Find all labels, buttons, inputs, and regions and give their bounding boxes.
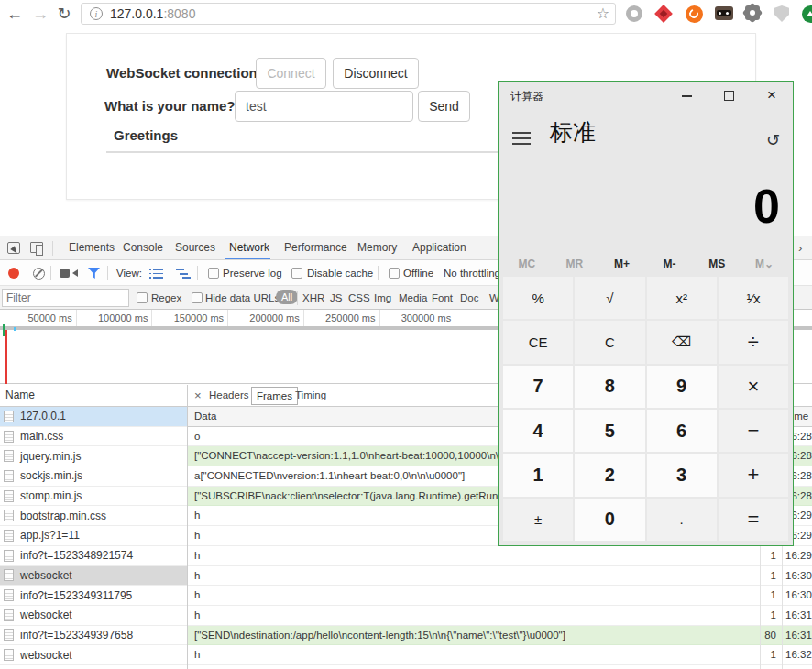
extension-icon-gear[interactable] (745, 5, 760, 20)
request-row[interactable]: websocket (0, 606, 187, 626)
frame-row[interactable]: h116:32: (188, 645, 812, 665)
calc-key-9[interactable]: 9 (647, 366, 717, 408)
extension-icon-orange[interactable] (686, 5, 703, 23)
filter-type-css[interactable]: CSS (348, 286, 370, 310)
more-tabs-chevron[interactable]: › (798, 236, 802, 259)
request-row[interactable]: info?t=1523349311795 (0, 586, 187, 606)
tab-headers[interactable]: Headers (209, 385, 248, 406)
calc-key-+[interactable]: + (719, 454, 788, 496)
page-info-icon[interactable]: i (90, 7, 103, 20)
calc-key-.[interactable]: . (647, 499, 717, 541)
extension-icon-donut[interactable] (626, 5, 642, 22)
devtools-tab-application[interactable]: Application (412, 236, 466, 259)
devtools-tab-memory[interactable]: Memory (357, 236, 397, 259)
devtools-tab-performance[interactable]: Performance (284, 236, 347, 259)
throttling-select[interactable]: No throttling (444, 260, 500, 286)
request-row[interactable]: 127.0.0.1 (0, 407, 187, 427)
calculator-mode[interactable]: 标准 (550, 117, 596, 148)
calc-key-CE[interactable]: CE (503, 321, 573, 363)
devtools-tab-network[interactable]: Network (229, 236, 269, 259)
calc-key-⌫[interactable]: ⌫ (647, 321, 717, 363)
device-toolbar-icon[interactable] (30, 242, 43, 253)
maximize-button[interactable] (708, 82, 751, 109)
frame-row[interactable]: h116:32: (188, 665, 812, 669)
calc-key-x²[interactable]: x² (647, 277, 717, 319)
filter-icon[interactable] (88, 268, 100, 279)
address-bar[interactable]: i 127.0.0.1:8080 ☆ (81, 3, 616, 25)
calc-key-8[interactable]: 8 (575, 366, 644, 408)
send-button[interactable]: Send (418, 91, 470, 122)
filter-type-js[interactable]: JS (330, 286, 342, 310)
filter-type-img[interactable]: Img (374, 286, 391, 310)
calc-key-−[interactable]: − (719, 410, 788, 452)
devtools-tab-sources[interactable]: Sources (175, 236, 215, 259)
calc-key-%[interactable]: % (503, 277, 573, 319)
calc-key-÷[interactable]: ÷ (719, 321, 788, 363)
request-row[interactable]: websocket (0, 665, 187, 669)
calc-key-0[interactable]: 0 (575, 499, 644, 541)
close-button[interactable]: × (751, 82, 793, 109)
frame-row[interactable]: h116:30: (188, 566, 812, 587)
calc-key-=[interactable]: = (719, 499, 788, 541)
minimize-button[interactable] (666, 82, 708, 109)
close-details-icon[interactable]: × (194, 385, 202, 406)
history-icon[interactable]: ↺ (766, 130, 780, 150)
bookmark-star-icon[interactable]: ☆ (597, 5, 609, 22)
extension-icon-shield[interactable] (774, 5, 789, 22)
tab-timing[interactable]: Timing (295, 385, 326, 406)
frame-row[interactable]: h116:31: (188, 606, 812, 626)
frame-row[interactable]: h116:29: (188, 546, 812, 566)
calc-key-3[interactable]: 3 (647, 454, 717, 496)
clear-button[interactable] (33, 268, 45, 280)
list-view-icon[interactable] (149, 269, 163, 279)
disconnect-button[interactable]: Disconnect (333, 58, 419, 89)
filter-type-doc[interactable]: Doc (460, 286, 478, 310)
connect-button[interactable]: Connect (256, 58, 326, 89)
frame-row[interactable]: ["SEND\ndestination:/app/hello\ncontent-… (188, 626, 812, 646)
request-row[interactable]: jquery.min.js (0, 446, 187, 466)
offline-checkbox[interactable] (389, 268, 400, 279)
calc-key-2[interactable]: 2 (575, 454, 644, 496)
extension-icon-mask[interactable] (715, 6, 733, 20)
request-row[interactable]: stomp.min.js (0, 487, 187, 507)
request-row[interactable]: app.js?1=11 (0, 526, 187, 546)
regex-checkbox[interactable] (137, 292, 148, 303)
calc-key-1[interactable]: 1 (503, 454, 573, 496)
menu-icon[interactable] (512, 132, 531, 148)
calc-key-5[interactable]: 5 (575, 410, 644, 452)
reload-button[interactable]: ↻ (53, 2, 75, 26)
extension-icon-red-diamond[interactable] (654, 5, 673, 23)
request-row[interactable]: sockjs.min.js (0, 466, 187, 487)
back-button[interactable]: ← (4, 2, 26, 26)
calc-key-√[interactable]: √ (575, 277, 644, 319)
calc-key-6[interactable]: 6 (647, 410, 717, 452)
filter-type-media[interactable]: Media (399, 286, 427, 310)
inspect-element-icon[interactable] (7, 242, 20, 254)
extension-icon-green[interactable] (802, 5, 812, 23)
hide-data-urls-checkbox[interactable] (192, 292, 203, 303)
forward-button[interactable]: → (29, 2, 51, 26)
preserve-log-checkbox[interactable] (208, 268, 219, 279)
frame-row[interactable]: h116:30: (188, 586, 812, 606)
calc-key-C[interactable]: C (575, 321, 644, 363)
filter-input[interactable] (2, 289, 129, 307)
memory-button-M[interactable]: M- (645, 252, 693, 276)
filter-all-pill[interactable]: All (276, 290, 298, 304)
calc-key-±[interactable]: ± (503, 499, 573, 541)
calc-key-7[interactable]: 7 (503, 366, 573, 408)
filter-type-xhr[interactable]: XHR (302, 286, 324, 310)
name-column-header[interactable]: Name (5, 385, 35, 406)
overview-icon[interactable] (176, 269, 191, 279)
request-row[interactable]: websocket (0, 645, 187, 665)
calc-key-4[interactable]: 4 (503, 410, 573, 452)
name-input[interactable] (235, 91, 413, 122)
request-row[interactable]: info?t=1523348921574 (0, 546, 187, 566)
disable-cache-checkbox[interactable] (291, 268, 302, 279)
request-row[interactable]: bootstrap.min.css (0, 506, 187, 526)
devtools-tab-elements[interactable]: Elements (69, 236, 115, 259)
filter-type-font[interactable]: Font (432, 286, 453, 310)
request-row[interactable]: main.css (0, 427, 187, 447)
calc-key-¹⁄x[interactable]: ¹⁄x (719, 277, 788, 319)
record-button[interactable] (8, 268, 19, 279)
request-row[interactable]: info?t=1523349397658 (0, 626, 187, 646)
